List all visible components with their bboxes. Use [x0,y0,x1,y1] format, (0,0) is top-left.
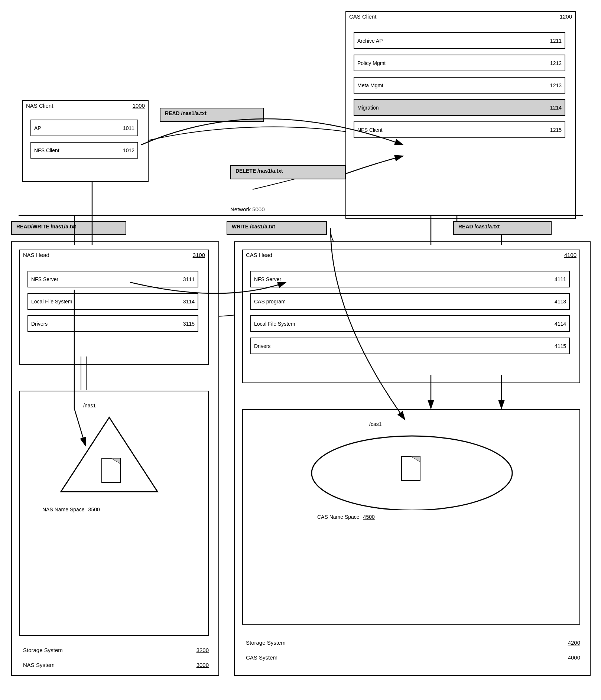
cas-program-box: CAS program 4113 [250,293,570,310]
nas-client-box: NAS Client 1000 AP 1011 NFS Client 1012 [22,100,149,182]
nas-drivers-num: 3115 [183,321,195,327]
meta-mgmt-num: 1213 [550,82,562,88]
nas-system-box: NAS Head 3100 NFS Server 3111 Local File… [11,241,219,676]
migration-name: Migration [357,105,379,111]
nas-namespace-label: NAS Name Space 3500 [42,507,100,512]
cas-nfs-server-num: 4111 [555,276,566,282]
nas-head-num: 3100 [193,252,205,258]
nas-nfs-server-name: NFS Server [31,276,58,282]
cas-head-num: 4100 [564,252,576,258]
nas-nfs-client-box: NFS Client 1012 [30,142,138,159]
cas-head-label: CAS Head 4100 [243,250,579,260]
nas-client-label: NAS Client 1000 [23,101,148,110]
rw-nas-message: READ/WRITE /nas1/a.txt [11,221,126,235]
nas-triangle-icon [53,410,165,503]
nas-client-num: 1000 [133,102,145,109]
nas-path-label: /nas1 [83,403,96,408]
nas-nfs-server-box: NFS Server 3111 [27,271,198,287]
cas-drivers-num: 4115 [555,343,566,349]
nas-system-label: NAS System 3000 [23,662,209,668]
cas-local-fs-box: Local File System 4114 [250,315,570,332]
ap-box: AP 1011 [30,120,138,136]
cas-nfs-client-box: NFS Client 1215 [354,121,565,138]
policy-mgmt-num: 1212 [550,60,562,66]
cas-head-box: CAS Head 4100 NFS Server 4111 CAS progra… [242,250,580,383]
ap-num: 1011 [123,125,134,131]
cas-system-label: CAS System 4000 [246,654,580,661]
nas-nfs-client-name: NFS Client [34,147,59,153]
cas-client-num: 1200 [560,13,572,20]
nas-head-name: NAS Head [23,252,49,258]
nas-local-fs-box: Local File System 3114 [27,293,198,310]
meta-mgmt-box: Meta Mgmt 1213 [354,77,565,94]
cas-ellipse-icon [304,429,520,510]
cas-head-name: CAS Head [246,252,272,258]
cas-namespace-box: /cas1 CAS Name Space 4500 [242,409,580,625]
migration-num: 1214 [550,105,562,111]
cas-program-num: 4113 [555,299,566,305]
nas-nfs-server-num: 3111 [183,276,195,282]
nas-head-label: NAS Head 3100 [20,250,208,260]
nas-storage-label: Storage System 3200 [23,647,209,653]
policy-mgmt-name: Policy Mgmt [357,60,386,66]
cas-nfs-server-name: NFS Server [254,276,281,282]
nas-local-fs-num: 3114 [183,299,195,305]
nas-client-name: NAS Client [26,102,53,109]
cas-system-box: CAS Head 4100 NFS Server 4111 CAS progra… [234,241,591,676]
cas-storage-label: Storage System 4200 [246,639,580,646]
write-cas-message: WRITE /cas1/a.txt [227,221,327,235]
policy-mgmt-box: Policy Mgmt 1212 [354,55,565,71]
nas-local-fs-name: Local File System [31,299,72,305]
archive-ap-box: Archive AP 1211 [354,32,565,49]
cas-nfs-client-name: NFS Client [357,127,383,133]
meta-mgmt-name: Meta Mgmt [357,82,383,88]
nas-drivers-box: Drivers 3115 [27,315,198,332]
nas-drivers-name: Drivers [31,321,48,327]
nas-nfs-client-num: 1012 [123,147,134,153]
cas-client-box: CAS Client 1200 Archive AP 1211 Policy M… [345,11,576,219]
cas-namespace-label: CAS Name Space 4500 [317,514,375,520]
cas-local-fs-num: 4114 [555,321,566,327]
archive-ap-name: Archive AP [357,38,383,44]
cas-program-name: CAS program [254,299,286,305]
cas-drivers-box: Drivers 4115 [250,338,570,354]
cas-client-name: CAS Client [349,13,376,20]
cas-nfs-server-box: NFS Server 4111 [250,271,570,287]
nas-namespace-box: /nas1 NAS Name Space 3500 [19,391,209,636]
network-label: Network 5000 [230,206,265,212]
delete-nas-message: DELETE /nas1/a.txt [230,165,345,179]
ap-name: AP [34,125,41,131]
cas-nfs-client-num: 1215 [550,127,562,133]
read-nas-message: READ /nas1/a.txt [160,108,264,122]
read-cas-message: READ /cas1/a.txt [453,221,552,235]
cas-local-fs-name: Local File System [254,321,295,327]
migration-box: Migration 1214 [354,99,565,116]
archive-ap-num: 1211 [550,38,562,44]
cas-path-label: /cas1 [369,421,381,427]
cas-client-label: CAS Client 1200 [346,12,575,21]
cas-drivers-name: Drivers [254,343,270,349]
nas-head-box: NAS Head 3100 NFS Server 3111 Local File… [19,250,209,365]
